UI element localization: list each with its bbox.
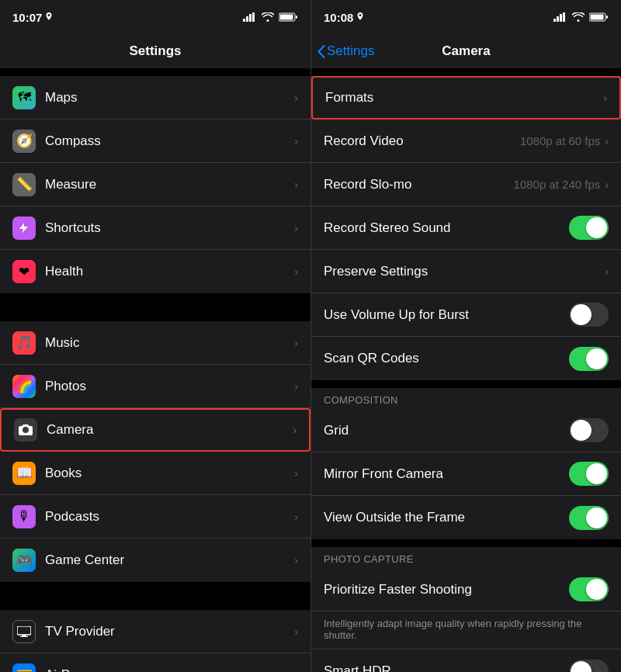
sidebar-item-photos[interactable]: 🌈 Photos › xyxy=(0,365,310,408)
sidebar-item-shortcuts[interactable]: Shortcuts › xyxy=(0,206,310,250)
sidebar-item-music[interactable]: 🎵 Music › xyxy=(0,321,310,365)
record-video-value: 1080p at 60 fps xyxy=(520,134,600,147)
camera-item-formats[interactable]: Formats › xyxy=(311,76,621,120)
svg-rect-2 xyxy=(249,14,252,22)
right-location-icon xyxy=(356,12,364,22)
camera-item-grid[interactable]: Grid xyxy=(311,409,621,452)
health-label: Health xyxy=(45,264,294,279)
sidebar-item-measure[interactable]: 📏 Measure › xyxy=(0,163,310,206)
camera-item-view-outside[interactable]: View Outside the Frame xyxy=(311,496,621,539)
photos-icon: 🌈 xyxy=(12,375,36,398)
left-group-1: 🗺 Maps › 🧭 Compass › 📏 Measure › Shortcu… xyxy=(0,76,310,293)
books-icon: 📖 xyxy=(12,462,36,485)
podcasts-icon: 🎙 xyxy=(12,505,36,528)
tvprovider-icon xyxy=(12,620,36,643)
maps-icon: 🗺 xyxy=(12,86,36,109)
svg-rect-16 xyxy=(591,15,604,20)
camera-item-record-video[interactable]: Record Video 1080p at 60 fps › xyxy=(311,120,621,163)
right-status-icons xyxy=(553,12,609,22)
smart-hdr-toggle[interactable] xyxy=(569,660,609,673)
right-time: 10:08 xyxy=(324,11,364,24)
record-stereo-knob xyxy=(586,217,607,238)
right-battery-icon xyxy=(589,12,609,22)
mirror-camera-toggle[interactable] xyxy=(569,462,609,486)
camera-item-prioritize-shooting[interactable]: Prioritize Faster Shooting xyxy=(311,568,621,611)
svg-rect-7 xyxy=(17,626,31,635)
podcasts-label: Podcasts xyxy=(45,509,294,525)
right-signal-icon xyxy=(553,12,567,22)
sidebar-item-compass[interactable]: 🧭 Compass › xyxy=(0,120,310,163)
record-slomo-value: 1080p at 240 fps xyxy=(514,178,601,191)
prioritize-shooting-toggle[interactable] xyxy=(569,577,609,601)
record-stereo-label: Record Stereo Sound xyxy=(324,220,569,236)
right-status-bar: 10:08 xyxy=(311,0,621,34)
gamecenter-icon: 🎮 xyxy=(12,549,36,572)
books-label: Books xyxy=(45,466,294,481)
view-outside-knob xyxy=(586,507,607,528)
prioritize-shooting-description: Intelligently adapt image quality when r… xyxy=(311,611,621,649)
photos-label: Photos xyxy=(45,379,294,394)
battery-icon xyxy=(279,12,298,22)
camera-item-record-slomo[interactable]: Record Slo-mo 1080p at 240 fps › xyxy=(311,163,621,206)
mirror-camera-label: Mirror Front Camera xyxy=(324,466,569,482)
music-chevron: › xyxy=(294,337,298,349)
left-gap-3 xyxy=(0,582,310,610)
record-stereo-toggle[interactable] xyxy=(569,216,609,240)
camera-item-record-stereo[interactable]: Record Stereo Sound xyxy=(311,206,621,250)
music-icon: 🎵 xyxy=(12,331,36,355)
record-slomo-chevron: › xyxy=(605,178,609,191)
camera-item-scan-qr[interactable]: Scan QR Codes xyxy=(311,337,621,380)
right-gap-3 xyxy=(311,539,621,547)
sidebar-item-podcasts[interactable]: 🎙 Podcasts › xyxy=(0,495,310,539)
camera-item-volume-burst[interactable]: Use Volume Up for Burst xyxy=(311,293,621,337)
back-button[interactable]: Settings xyxy=(317,43,374,59)
composition-header: COMPOSITION xyxy=(311,388,621,409)
books-chevron: › xyxy=(294,467,298,480)
svg-rect-15 xyxy=(606,16,608,19)
left-group-3: TV Provider › 💳 AirPay › b be › xyxy=(0,610,310,672)
svg-rect-0 xyxy=(243,19,245,22)
camera-chevron: › xyxy=(293,424,297,436)
volume-burst-toggle[interactable] xyxy=(569,303,609,327)
sidebar-item-gamecenter[interactable]: 🎮 Game Center › xyxy=(0,539,310,582)
smart-hdr-knob xyxy=(571,661,592,673)
sidebar-item-tvprovider[interactable]: TV Provider › xyxy=(0,610,310,653)
left-status-bar: 10:07 xyxy=(0,0,310,34)
right-gap-2 xyxy=(311,380,621,388)
sidebar-item-health[interactable]: ❤ Health › xyxy=(0,250,310,293)
wifi-icon xyxy=(262,12,274,22)
signal-icon xyxy=(243,12,257,22)
svg-rect-12 xyxy=(560,14,562,22)
sidebar-item-airpay[interactable]: 💳 AirPay › xyxy=(0,653,310,672)
right-section-composition: Grid Mirror Front Camera View Outside th… xyxy=(311,409,621,539)
back-label: Settings xyxy=(327,43,374,59)
prioritize-shooting-label: Prioritize Faster Shooting xyxy=(324,582,569,598)
compass-chevron: › xyxy=(294,135,298,147)
sidebar-item-books[interactable]: 📖 Books › xyxy=(0,452,310,495)
svg-rect-6 xyxy=(280,15,293,20)
volume-burst-knob xyxy=(571,304,592,325)
svg-rect-5 xyxy=(296,16,297,19)
right-wifi-icon xyxy=(572,12,585,22)
tvprovider-chevron: › xyxy=(294,625,298,638)
scan-qr-toggle[interactable] xyxy=(569,347,609,371)
left-group-2: 🎵 Music › 🌈 Photos › Camera › 📖 Books › … xyxy=(0,321,310,582)
camera-item-smart-hdr[interactable]: Smart HDR xyxy=(311,649,621,672)
sidebar-item-maps[interactable]: 🗺 Maps › xyxy=(0,76,310,120)
camera-item-preserve-settings[interactable]: Preserve Settings › xyxy=(311,250,621,293)
right-nav-title: Camera xyxy=(442,43,490,59)
right-panel: 10:08 xyxy=(310,0,621,672)
sidebar-item-camera[interactable]: Camera › xyxy=(0,408,310,452)
camera-icon xyxy=(14,418,37,442)
scan-qr-label: Scan QR Codes xyxy=(324,351,569,366)
health-chevron: › xyxy=(294,265,298,278)
view-outside-toggle[interactable] xyxy=(569,506,609,530)
measure-icon: 📏 xyxy=(12,173,36,196)
shortcuts-icon xyxy=(12,216,36,240)
scan-qr-knob xyxy=(586,348,607,369)
camera-item-mirror-camera[interactable]: Mirror Front Camera xyxy=(311,452,621,496)
maps-chevron: › xyxy=(294,92,298,104)
grid-toggle[interactable] xyxy=(569,418,609,442)
smart-hdr-label: Smart HDR xyxy=(324,663,569,672)
svg-rect-11 xyxy=(557,16,559,22)
